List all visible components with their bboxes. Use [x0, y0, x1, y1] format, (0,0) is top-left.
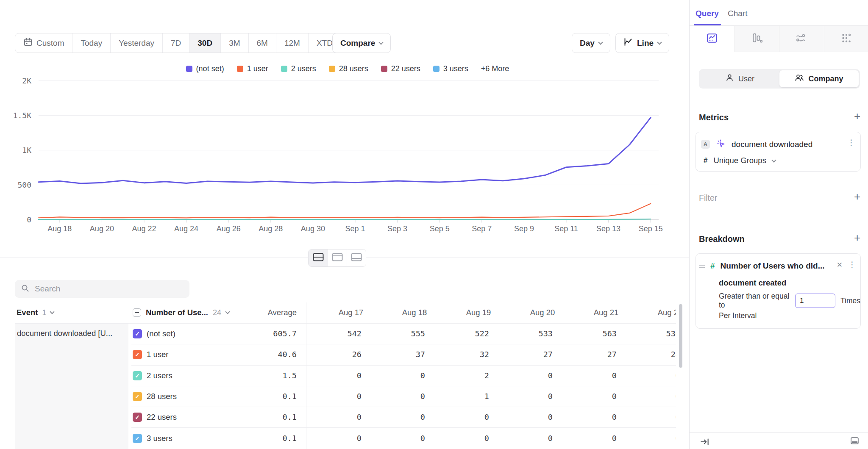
scrollbar-thumb[interactable] [679, 304, 682, 368]
remove-breakdown-icon[interactable]: ✕ [837, 261, 843, 269]
x-axis-tick-label: Aug 30 [301, 224, 325, 233]
chart-type-label: Line [637, 39, 654, 48]
chart-tab-journey[interactable] [779, 26, 824, 52]
metric-card[interactable]: A document downloaded ⋮ # Unique Groups [696, 132, 861, 172]
date-column-header: Aug 17 [319, 302, 383, 324]
x-axis-tick-label: Sep 13 [596, 224, 620, 233]
date-column-header: Aug 18 [383, 302, 446, 324]
series-line-1-user[interactable] [39, 204, 651, 218]
range-label: Custom [36, 39, 64, 48]
metric-menu-kebab-icon[interactable]: ⋮ [847, 139, 855, 147]
row-cell-value: 563 [553, 329, 617, 338]
row-cell-value: 0 [362, 434, 425, 443]
row-label: 1 user [147, 350, 168, 359]
layout-table-only-button[interactable] [347, 249, 366, 266]
chart-tab-line-chart[interactable] [690, 26, 734, 52]
interval-dropdown[interactable]: Day [572, 33, 610, 53]
range-label: 30D [198, 39, 212, 48]
series-line--not-set-[interactable] [39, 118, 651, 183]
row-cell-value: 542 [298, 329, 362, 338]
row-checkbox[interactable]: ✓ [133, 392, 142, 401]
range-yesterday[interactable]: Yesterday [110, 33, 162, 53]
panel-layout-icon[interactable] [850, 436, 860, 447]
series-column-header[interactable]: Number of Use... 24 [133, 302, 229, 324]
row-cell-value: 0 [426, 434, 489, 443]
breakdown-per-interval-label: Per Interval [719, 311, 757, 320]
chart-type-dropdown[interactable]: Line [615, 33, 669, 53]
layout-chart-only-button[interactable] [328, 249, 347, 266]
entity-toggle: User Company [699, 69, 860, 89]
collapse-panel-icon[interactable] [700, 437, 710, 449]
search-input[interactable] [35, 284, 179, 294]
range-6m[interactable]: 6M [248, 33, 276, 53]
breakdown-menu-kebab-icon[interactable]: ⋮ [848, 261, 856, 269]
line-chart[interactable]: 05001K1.5K2KAug 18Aug 20Aug 22Aug 24Aug … [13, 64, 682, 241]
drag-handle-icon[interactable] [699, 265, 705, 268]
y-axis-tick-label: 0 [27, 215, 31, 224]
row-cell-value: 0 [617, 434, 676, 443]
row-cell-value: 522 [426, 329, 489, 338]
row-cell-value: 0 [617, 413, 676, 421]
row-label: 22 users [147, 413, 177, 422]
breakdown-condition-label: Greater than or equal to [719, 292, 790, 310]
tab-query[interactable]: Query [696, 9, 719, 18]
event-column-header[interactable]: Event 1 [17, 302, 54, 324]
metric-event-name[interactable]: document downloaded [732, 140, 812, 149]
range-label: 3M [229, 39, 240, 48]
table-row: ✓1 user40.6263732272728 [0, 344, 676, 365]
y-axis-tick-label: 1.5K [13, 111, 32, 120]
row-cell-value: 28 [617, 350, 676, 359]
add-filter-button[interactable]: + [854, 192, 860, 201]
tab-chart[interactable]: Chart [728, 9, 747, 18]
select-all-checkbox[interactable] [133, 308, 141, 317]
entity-option-company[interactable]: Company [779, 70, 859, 87]
compare-button[interactable]: Compare [332, 33, 391, 53]
range-12m[interactable]: 12M [276, 33, 308, 53]
search-box [15, 280, 189, 298]
row-cell-value: 0 [489, 434, 553, 443]
breakdown-value-input[interactable] [795, 294, 835, 308]
range-label: XTD [317, 39, 333, 48]
row-cell-value: 2 [426, 371, 489, 380]
layout-split-view-button[interactable] [309, 249, 328, 266]
row-checkbox[interactable]: ✓ [133, 350, 142, 359]
add-metric-button[interactable]: + [854, 112, 860, 120]
table-row: ✓28 users0.1001000 [0, 386, 676, 407]
calendar-icon [23, 37, 33, 49]
row-cell-value: 0 [362, 392, 425, 401]
row-cell-value: 37 [362, 350, 425, 359]
chart-tab-bar-chart[interactable] [734, 26, 779, 52]
row-cell-value: 27 [553, 350, 617, 359]
breakdown-card: # Number of Users who did... ✕ ⋮ documen… [696, 253, 861, 329]
range-7d[interactable]: 7D [162, 33, 189, 53]
row-cell-value: 533 [489, 329, 553, 338]
table-row: ✓22 users0.1000000 [0, 407, 676, 428]
row-checkbox[interactable]: ✓ [133, 329, 142, 338]
layout-table-only-icon [351, 253, 362, 263]
add-breakdown-button[interactable]: + [854, 233, 860, 242]
date-column-header: Aug 21 [574, 302, 638, 324]
aggregation-dropdown[interactable]: Unique Groups [713, 156, 766, 165]
entity-option-user[interactable]: User [700, 70, 779, 87]
query-panel: Query Chart User Company Metrics + A doc… [689, 0, 868, 449]
layout-split-view-icon [313, 253, 324, 263]
row-checkbox[interactable]: ✓ [133, 413, 142, 422]
row-cell-value: 1 [426, 392, 489, 401]
average-column-header: Average [237, 302, 297, 324]
breakdown-heading: Breakdown [699, 234, 745, 244]
series-line-2-users[interactable] [39, 219, 651, 219]
row-cell-value: 0 [489, 371, 553, 380]
range-custom[interactable]: Custom [15, 33, 72, 53]
row-checkbox[interactable]: ✓ [133, 371, 142, 380]
x-axis-tick-label: Aug 22 [132, 224, 156, 233]
series-header-label: Number of Use... [146, 308, 208, 317]
chevron-down-icon [771, 158, 776, 162]
breakdown-property-name[interactable]: Number of Users who did... [721, 261, 825, 271]
range-3m[interactable]: 3M [220, 33, 248, 53]
range-30d[interactable]: 30D [189, 33, 220, 53]
chart-tab-more-charts[interactable] [824, 26, 868, 52]
row-checkbox[interactable]: ✓ [133, 434, 142, 443]
range-today[interactable]: Today [72, 33, 110, 53]
chevron-down-icon [50, 309, 55, 314]
aggregation-symbol: # [704, 156, 707, 165]
